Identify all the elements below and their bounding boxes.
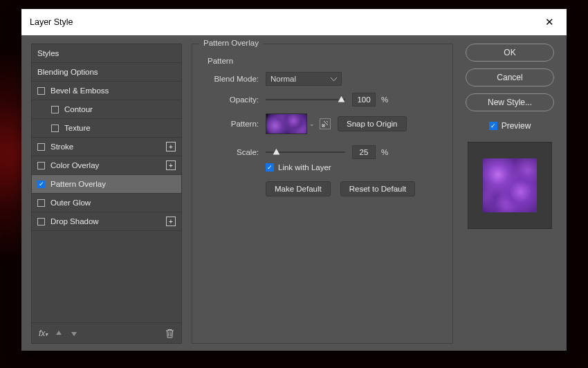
trash-icon[interactable] bbox=[165, 329, 174, 338]
scale-input[interactable]: 25 bbox=[352, 145, 376, 159]
pattern-swatch bbox=[266, 113, 307, 134]
sidebar-item-label: Stroke bbox=[50, 142, 73, 151]
checkbox-icon[interactable] bbox=[51, 106, 59, 113]
sidebar-item-label: Color Overlay bbox=[50, 161, 99, 169]
sidebar-item-color-overlay[interactable]: Color Overlay + bbox=[32, 156, 181, 175]
sidebar-item-texture[interactable]: Texture bbox=[32, 119, 181, 138]
styles-footer: fx▾ bbox=[32, 322, 181, 343]
link-with-layer-checkbox[interactable] bbox=[266, 163, 274, 172]
sidebar-item-outer-glow[interactable]: Outer Glow bbox=[32, 194, 181, 212]
sidebar-item-label: Drop Shadow bbox=[50, 217, 99, 226]
preview-texture bbox=[483, 158, 537, 212]
close-icon[interactable]: ✕ bbox=[541, 13, 558, 31]
create-pattern-icon[interactable] bbox=[320, 118, 331, 129]
actions-panel: OK Cancel New Style... Preview bbox=[463, 44, 557, 344]
titlebar: Layer Style ✕ bbox=[21, 9, 567, 35]
chevron-down-icon: ⌄ bbox=[309, 120, 315, 127]
new-style-button[interactable]: New Style... bbox=[466, 93, 554, 111]
dialog-title: Layer Style bbox=[30, 17, 73, 27]
scale-label: Scale: bbox=[205, 148, 259, 156]
checkbox-icon[interactable] bbox=[37, 181, 45, 188]
add-effect-icon[interactable]: + bbox=[166, 142, 176, 151]
opacity-unit: % bbox=[381, 95, 388, 104]
blend-mode-label: Blend Mode: bbox=[205, 75, 259, 83]
sidebar-item-pattern-overlay[interactable]: Pattern Overlay bbox=[32, 175, 181, 194]
arrow-down-icon[interactable] bbox=[70, 329, 78, 338]
styles-header[interactable]: Styles bbox=[32, 44, 181, 63]
opacity-input[interactable]: 100 bbox=[352, 93, 376, 107]
blend-mode-select[interactable]: Normal bbox=[266, 72, 342, 86]
checkbox-icon[interactable] bbox=[37, 162, 45, 169]
section-label: Pattern bbox=[205, 57, 440, 65]
fx-icon[interactable]: fx▾ bbox=[39, 329, 48, 338]
pattern-picker[interactable]: ⌄ bbox=[266, 113, 315, 134]
blending-options[interactable]: Blending Options bbox=[32, 63, 181, 82]
link-with-layer-label: Link with Layer bbox=[278, 163, 331, 172]
add-effect-icon[interactable]: + bbox=[166, 217, 176, 226]
sidebar-item-label: Outer Glow bbox=[50, 199, 91, 207]
sidebar-item-stroke[interactable]: Stroke + bbox=[32, 138, 181, 156]
arrow-up-icon[interactable] bbox=[55, 329, 63, 338]
checkbox-icon[interactable] bbox=[37, 143, 45, 151]
checkbox-icon[interactable] bbox=[37, 218, 45, 226]
add-effect-icon[interactable]: + bbox=[166, 160, 176, 170]
sidebar-item-bevel-emboss[interactable]: Bevel & Emboss bbox=[32, 82, 181, 100]
checkbox-icon[interactable] bbox=[51, 125, 59, 132]
reset-to-default-button[interactable]: Reset to Default bbox=[340, 181, 415, 196]
group-title: Pattern Overlay bbox=[199, 39, 263, 47]
pattern-label: Pattern: bbox=[205, 120, 259, 128]
opacity-slider[interactable] bbox=[266, 95, 345, 104]
preview-checkbox[interactable] bbox=[489, 122, 497, 130]
sidebar-item-contour[interactable]: Contour bbox=[32, 100, 181, 119]
slider-thumb-icon[interactable] bbox=[338, 95, 345, 104]
options-panel: Pattern Overlay Pattern Blend Mode: Norm… bbox=[192, 44, 453, 344]
sidebar-item-label: Pattern Overlay bbox=[50, 180, 106, 188]
opacity-label: Opacity: bbox=[205, 95, 259, 104]
layer-style-dialog: Layer Style ✕ Styles Blending Options Be… bbox=[21, 9, 567, 351]
chevron-down-icon bbox=[331, 75, 337, 83]
scale-unit: % bbox=[381, 148, 388, 156]
scale-slider[interactable] bbox=[266, 147, 345, 157]
checkbox-icon[interactable] bbox=[37, 87, 45, 95]
styles-panel: Styles Blending Options Bevel & Emboss C… bbox=[31, 44, 182, 344]
sidebar-item-label: Bevel & Emboss bbox=[50, 86, 109, 95]
snap-to-origin-button[interactable]: Snap to Origin bbox=[338, 116, 407, 131]
ok-button[interactable]: OK bbox=[466, 44, 554, 62]
slider-thumb-icon[interactable] bbox=[273, 148, 280, 156]
make-default-button[interactable]: Make Default bbox=[266, 181, 331, 196]
preview-label: Preview bbox=[502, 121, 531, 131]
sidebar-item-label: Contour bbox=[64, 105, 93, 113]
checkbox-icon[interactable] bbox=[37, 199, 45, 207]
sidebar-item-label: Texture bbox=[64, 124, 91, 132]
preview-box bbox=[468, 142, 552, 229]
cancel-button[interactable]: Cancel bbox=[466, 68, 554, 86]
blend-mode-value: Normal bbox=[270, 75, 296, 83]
sidebar-item-drop-shadow[interactable]: Drop Shadow + bbox=[32, 212, 181, 231]
